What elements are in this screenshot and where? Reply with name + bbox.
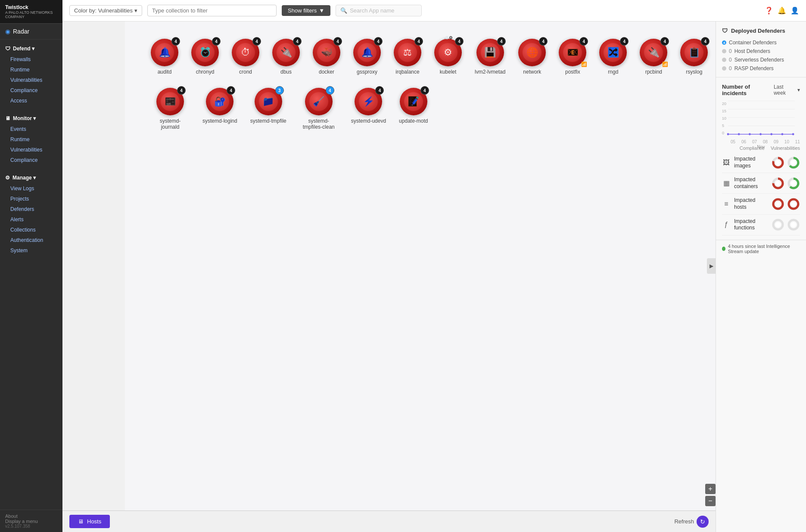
sidebar-item-projects[interactable]: Projects <box>0 194 62 204</box>
status-dot <box>722 247 725 251</box>
radar-node-rngd[interactable]: 🔀 4 rngd <box>599 39 627 75</box>
display-menu-link[interactable]: Display a menu <box>5 519 57 524</box>
zoom-controls: + − <box>705 484 716 506</box>
functions-compliance-donut[interactable] <box>772 218 784 231</box>
radar-node-systemd-tmpfiles-clean[interactable]: 🧹 4 systemd-tmpfiles-clean <box>299 88 338 130</box>
radar-node-systemd-logind[interactable]: 🔐 4 systemd-logind <box>202 88 237 130</box>
show-filters-button[interactable]: Show filters ▼ <box>282 5 330 16</box>
node-badge: 4 <box>171 37 180 46</box>
user-icon[interactable]: 👤 <box>790 6 799 15</box>
hosts-vuln-donut[interactable] <box>787 198 800 210</box>
sidebar-item-firewalls[interactable]: Firewalls <box>0 54 62 65</box>
node-label: rngd <box>608 69 618 75</box>
node-label: chronyd <box>196 69 215 75</box>
refresh-button[interactable]: Refresh ↻ <box>674 516 709 528</box>
defend-icon: 🛡 <box>5 46 10 52</box>
node-glyph: 🐳 <box>321 47 333 58</box>
node-label: systemd-logind <box>202 118 237 124</box>
sidebar-item-vulnerabilities-defend[interactable]: Vulnerabilities <box>0 75 62 85</box>
node-glyph: 🌐 <box>526 47 538 58</box>
color-by-dropdown[interactable]: Color by: Vulnerabilities ▾ <box>69 5 142 16</box>
svg-point-33 <box>791 222 796 227</box>
hosts-tab[interactable]: 🖥 Hosts <box>69 515 110 528</box>
sidebar-item-collections[interactable]: Collections <box>0 225 62 235</box>
node-inner: 📝 <box>404 92 423 111</box>
sidebar-item-system[interactable]: System <box>0 245 62 256</box>
sidebar-item-authentication[interactable]: Authentication <box>0 235 62 245</box>
radar-node-rpcbind[interactable]: 🔌 4 📶 rpcbind <box>640 39 667 75</box>
host-defenders-item: 0 Host Defenders <box>722 47 800 56</box>
radar-node-systemd-udevd[interactable]: ⚡ 4 systemd-udevd <box>351 88 386 130</box>
radar-node-irqbalance[interactable]: ⚖ 4 irqbalance <box>394 39 421 75</box>
node-icon-gssproxy: 🔔 4 <box>353 39 381 66</box>
node-glyph: 💾 <box>484 47 496 58</box>
radar-node-systemd-journald[interactable]: 📰 4 systemd-journald <box>151 88 190 130</box>
node-glyph: 📋 <box>688 47 700 58</box>
hosts-compliance-donut[interactable] <box>772 198 784 210</box>
node-glyph: 📁 <box>262 96 274 107</box>
sidebar-item-access[interactable]: Access <box>0 96 62 106</box>
zoom-in-button[interactable]: + <box>705 484 716 494</box>
radar-node-dbus[interactable]: 🔌 4 dbus <box>272 39 300 75</box>
radar-node-rsyslog[interactable]: 📋 4 rsyslog <box>680 39 708 75</box>
sidebar-item-defenders[interactable]: Defenders <box>0 204 62 214</box>
images-vuln-donut[interactable] <box>787 156 800 169</box>
rasp-defenders-item: 0 RASP Defenders <box>722 64 800 73</box>
node-glyph: 📧 <box>567 47 579 58</box>
svg-point-5 <box>727 133 729 135</box>
svg-point-23 <box>791 181 796 186</box>
rasp-defenders-count: 0 <box>729 65 732 71</box>
impacted-hosts-label: Impactedhosts <box>734 197 768 210</box>
collection-filter-input[interactable] <box>147 5 277 16</box>
node-icon-rngd: 🔀 4 <box>599 39 627 66</box>
help-icon[interactable]: ❓ <box>765 6 773 15</box>
sidebar-item-runtime-defend[interactable]: Runtime <box>0 65 62 75</box>
host-defenders-count: 0 <box>729 48 732 54</box>
chevron-down-icon: ▾ <box>134 7 137 14</box>
svg-point-10 <box>781 133 784 135</box>
node-inner: 🔌 <box>644 43 663 62</box>
svg-point-26 <box>775 201 781 207</box>
images-compliance-donut[interactable] <box>772 156 784 169</box>
intelligence-status-text: 4 hours since last Intelligence Stream u… <box>728 244 800 254</box>
containers-compliance-donut[interactable] <box>772 177 784 190</box>
functions-vuln-donut[interactable] <box>787 218 800 231</box>
radar-node-update-motd[interactable]: 📝 4 update-motd <box>399 88 428 130</box>
manage-header[interactable]: ⚙ Manage ▾ <box>0 172 62 183</box>
radar-node-docker[interactable]: 🐳 4 docker <box>313 39 340 75</box>
right-panel-toggle[interactable]: ▶ <box>707 258 716 274</box>
sidebar-radar-link[interactable]: ◉ Radar <box>0 24 62 40</box>
node-icon-rpcbind: 🔌 4 📶 <box>640 39 667 66</box>
radar-node-gssproxy[interactable]: 🔔 4 gssproxy <box>353 39 381 75</box>
sidebar-item-events[interactable]: Events <box>0 124 62 134</box>
sidebar-item-compliance-defend[interactable]: Compliance <box>0 85 62 96</box>
sidebar-item-vulnerabilities-monitor[interactable]: Vulnerabilities <box>0 145 62 155</box>
version-text: v2.5.107.358 <box>5 524 57 529</box>
monitor-section: 🖥 Monitor ▾ Events Runtime Vulnerabiliti… <box>0 109 62 169</box>
defend-header[interactable]: 🛡 Defend ▾ <box>0 43 62 54</box>
impacted-containers-charts <box>772 177 800 190</box>
sidebar-item-runtime-monitor[interactable]: Runtime <box>0 134 62 145</box>
bottom-bar: 🖥 Hosts Refresh ↻ <box>62 510 716 532</box>
notifications-icon[interactable]: 🔔 <box>778 6 786 15</box>
radar-node-kubelet[interactable]: ☁️⚙ ⚙ 4 kubelet <box>434 39 462 75</box>
radar-node-postfix[interactable]: 📧 4 📶 postfix <box>559 39 586 75</box>
sidebar-item-alerts[interactable]: Alerts <box>0 214 62 225</box>
radar-node-systemd-tmpfile[interactable]: 📁 3 systemd-tmpfile <box>250 88 286 130</box>
radar-node-chronyd[interactable]: ⏰ 4 chronyd <box>191 39 219 75</box>
radar-node-auditd[interactable]: 🔔 4 auditd <box>151 39 178 75</box>
monitor-header[interactable]: 🖥 Monitor ▾ <box>0 113 62 124</box>
main-area: 🔔 4 auditd ⏰ 4 chronyd ⏱ <box>125 22 806 532</box>
sidebar-item-view-logs[interactable]: View Logs <box>0 183 62 194</box>
svg-point-11 <box>792 133 794 135</box>
node-glyph: 🔀 <box>607 47 619 58</box>
sidebar-item-compliance-monitor[interactable]: Compliance <box>0 155 62 165</box>
incidents-filter-dropdown[interactable]: Last week ▾ <box>774 84 800 96</box>
radar-node-lvm2-lvmetad[interactable]: 💾 4 lvm2-lvmetad <box>475 39 505 75</box>
node-glyph: 🔌 <box>648 47 660 58</box>
about-link[interactable]: About <box>5 513 57 519</box>
zoom-out-button[interactable]: − <box>705 496 716 506</box>
radar-node-crond[interactable]: ⏱ 4 crond <box>232 39 259 75</box>
containers-vuln-donut[interactable] <box>787 177 800 190</box>
radar-node-network[interactable]: 🌐 4 network <box>518 39 546 75</box>
